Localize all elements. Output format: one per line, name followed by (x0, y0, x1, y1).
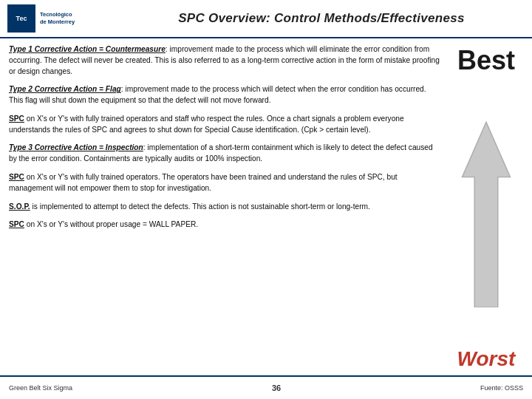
footer-page-number: 36 (272, 383, 281, 392)
svg-marker-0 (463, 122, 511, 307)
best-label: Best (457, 47, 515, 74)
main-content: Type 1 Corrective Action = Countermeasur… (0, 38, 532, 375)
logo-area: Tec Tecnológico de Monterrey (7, 4, 118, 33)
block3-spc: SPC (9, 115, 24, 123)
block5-spc: SPC (9, 173, 24, 181)
block6-sop: S.O.P. (9, 202, 30, 211)
block2-label: Type 2 Corrective Action = Flag (9, 85, 121, 93)
block3-text: on X's or Y's with fully trained operato… (9, 115, 404, 134)
header: Tec Tecnológico de Monterrey SPC Overvie… (0, 0, 532, 38)
block3: SPC on X's or Y's with fully trained ope… (9, 114, 442, 136)
arrow-column: Best Worst (449, 44, 523, 372)
content-area: Type 1 Corrective Action = Countermeasur… (9, 44, 449, 372)
logo-line2: de Monterrey (40, 18, 75, 25)
block7-text: on X's or Y's without proper usage = WAL… (24, 220, 198, 228)
page-title: SPC Overview: Control Methods/Effectiven… (118, 11, 525, 26)
block5-text: on X's or Y's with fully trained operato… (9, 173, 398, 192)
block5: SPC on X's or Y's with fully trained ope… (9, 172, 442, 194)
block4: Type 3 Corrective Action = Inspection: i… (9, 143, 442, 165)
block7: SPC on X's or Y's without proper usage =… (9, 219, 442, 231)
worst-label: Worst (457, 349, 516, 369)
block2: Type 2 Corrective Action = Flag: improve… (9, 84, 442, 106)
footer-right: Fuente: OSSS (480, 384, 523, 392)
footer-left: Green Belt Six Sigma (9, 384, 72, 392)
logo-tec-text: Tec (16, 15, 27, 23)
arrow-graphic (457, 77, 516, 346)
logo-text: Tecnológico de Monterrey (40, 11, 75, 26)
block4-label: Type 3 Corrective Action = Inspection (9, 143, 143, 151)
block7-spc: SPC (9, 220, 24, 228)
block6: S.O.P. is implemented to attempt to dete… (9, 202, 442, 213)
block1: Type 1 Corrective Action = Countermeasur… (9, 44, 442, 77)
footer: Green Belt Six Sigma 36 Fuente: OSSS (0, 375, 532, 399)
block6-text: is implemented to attempt to detect the … (30, 202, 370, 211)
logo-line1: Tecnológico (40, 11, 72, 18)
block1-label: Type 1 Corrective Action = Countermeasur… (9, 45, 166, 53)
logo-box: Tec (7, 4, 35, 33)
